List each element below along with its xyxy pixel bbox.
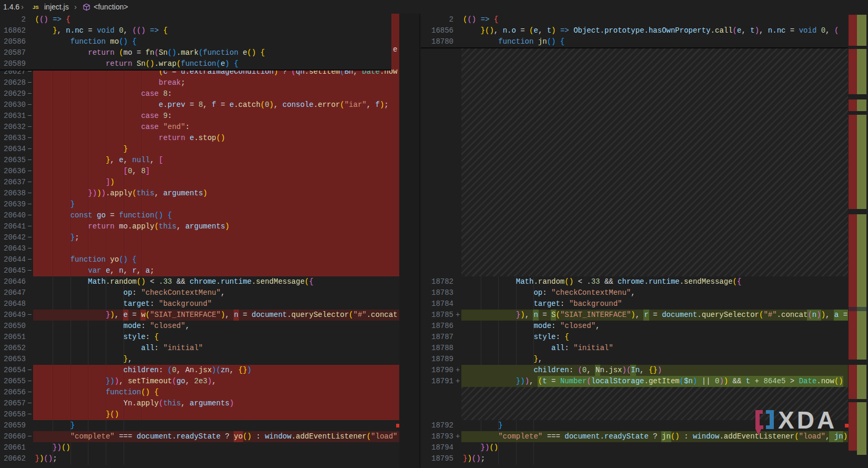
svg-text:XDA: XDA — [778, 406, 837, 434]
